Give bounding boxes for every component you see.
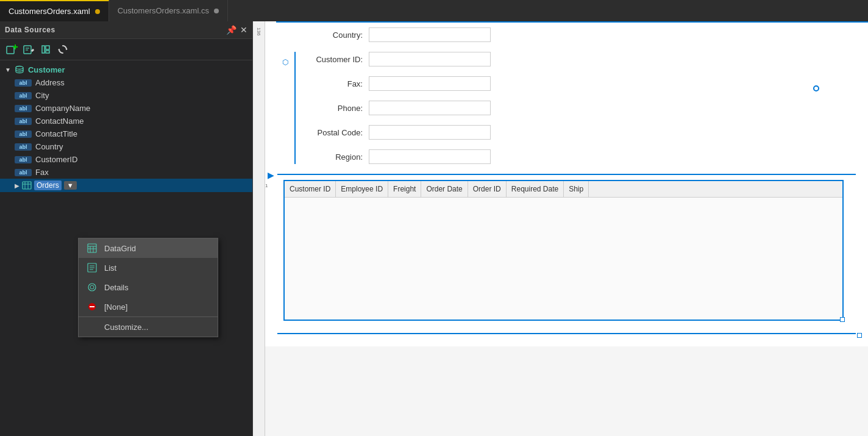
abl-badge-city: abl [15, 92, 32, 99]
menu-item-customize[interactable]: Customize... [79, 317, 218, 337]
panel-header: Data Sources 📌 ✕ [0, 21, 252, 39]
menu-datagrid-label: DataGrid [104, 244, 136, 253]
input-fax[interactable] [369, 76, 491, 91]
tree-item-label-companyname: CompanyName [35, 104, 90, 113]
datagrid-menu-icon [86, 242, 98, 254]
left-blue-border [294, 52, 296, 164]
input-postalcode[interactable] [369, 125, 491, 140]
col-ship: Ship [564, 181, 589, 197]
svg-rect-13 [88, 244, 96, 252]
blue-border-section: ⬡ Customer ID: Fax: Phone: [283, 52, 850, 164]
col-order-date: Order Date [421, 181, 468, 197]
customize-menu-icon [86, 321, 98, 333]
form-row-customerid: Customer ID: [283, 52, 850, 66]
svg-point-22 [88, 284, 96, 291]
col-freight: Freight [388, 181, 421, 197]
tree-item-orders[interactable]: ▶ Orders ▼ [0, 179, 252, 192]
tab-modified-dot-1 [95, 9, 100, 14]
orders-context-menu: DataGrid List [78, 238, 218, 337]
bottom-blue-separator [277, 333, 856, 334]
ruler-number-1: 1 [265, 183, 268, 188]
edit-datasource-button[interactable] [22, 43, 35, 56]
orders-dropdown-button[interactable]: ▼ [64, 181, 77, 190]
tree-item-fax[interactable]: abl Fax [0, 166, 252, 179]
main-area: Data Sources 📌 ✕ [0, 21, 868, 436]
data-sources-panel: Data Sources 📌 ✕ [0, 21, 253, 436]
input-phone[interactable] [369, 101, 491, 115]
abl-badge-companyname: abl [15, 105, 32, 112]
bottom-resize-handle[interactable] [857, 333, 862, 338]
abl-badge-contactname: abl [15, 118, 32, 125]
col-employee-id: Employee ID [336, 181, 388, 197]
link-icon: ⬡ [282, 58, 288, 66]
expand-arrow-orders: ▶ [15, 182, 20, 189]
input-customerid[interactable] [369, 52, 491, 66]
tree-item-label-customerid: CustomerID [35, 155, 77, 164]
tree-item-contacttitle[interactable]: abl ContactTitle [0, 127, 252, 140]
menu-item-none[interactable]: [None] [79, 297, 218, 316]
menu-list-label: List [104, 263, 116, 273]
tree-item-contactname[interactable]: abl ContactName [0, 115, 252, 127]
form-row-country: Country: [283, 27, 850, 42]
nav-circle-indicator [813, 85, 819, 91]
abl-badge-customerid: abl [15, 156, 32, 163]
tree-root-label: Customer [28, 65, 65, 74]
menu-item-list[interactable]: List [79, 258, 218, 277]
orders-datagrid[interactable]: Customer ID Employee ID Freight Order Da… [283, 180, 844, 321]
pin-icon[interactable]: 📌 [226, 25, 237, 35]
tree-item-address[interactable]: abl Address [0, 76, 252, 89]
svg-rect-9 [23, 182, 31, 189]
panel-header-icons: 📌 ✕ [226, 25, 247, 35]
abl-badge-contacttitle: abl [15, 130, 32, 138]
panel-title: Data Sources [5, 26, 55, 34]
svg-point-23 [90, 285, 94, 289]
tree-item-city[interactable]: abl City [0, 89, 252, 102]
label-country: Country: [283, 30, 363, 40]
menu-item-details[interactable]: Details [79, 277, 218, 297]
input-country[interactable] [369, 27, 491, 42]
top-selection-line [276, 21, 868, 23]
tab-customers-orders-cs[interactable]: CustomersOrders.xaml.cs [109, 0, 228, 21]
tree-item-country[interactable]: abl Country [0, 140, 252, 153]
form-container: Country: ⬡ Customer ID: Fax: [265, 21, 868, 346]
datagrid-body [285, 198, 842, 320]
designer-panel: 136 Country: ⬡ Customer ID: [253, 21, 868, 436]
close-icon[interactable]: ✕ [240, 25, 247, 35]
abl-badge-country: abl [15, 143, 32, 151]
tab-customers-orders-xaml[interactable]: CustomersOrders.xaml [0, 0, 109, 21]
form-row-postalcode: Postal Code: [283, 125, 850, 140]
tree-item-label-country: Country [35, 142, 63, 151]
datagrid-section: 1 Customer ID Employee ID Freight Order … [283, 180, 850, 321]
tree-item-label-fax: Fax [35, 168, 49, 177]
datagrid-header: Customer ID Employee ID Freight Order Da… [285, 181, 842, 198]
designer-area[interactable]: Country: ⬡ Customer ID: Fax: [265, 21, 868, 436]
tree-item-label-contacttitle: ContactTitle [35, 129, 77, 138]
form-row-region: Region: [283, 149, 850, 164]
list-menu-icon [86, 262, 98, 274]
refresh-button[interactable] [56, 43, 69, 56]
tree-item-companyname[interactable]: abl CompanyName [0, 102, 252, 115]
configure-datasource-button[interactable] [39, 43, 52, 56]
tree-item-label-city: City [35, 91, 49, 100]
tab-label-2: CustomersOrders.xaml.cs [118, 6, 209, 15]
orders-table-icon [22, 180, 32, 190]
abl-badge-address: abl [15, 79, 32, 87]
menu-details-label: Details [104, 283, 129, 292]
tree-item-label-contactname: ContactName [35, 116, 84, 126]
tree-item-orders-label: Orders [34, 180, 62, 190]
tab-unmodified-dot-2 [214, 9, 219, 13]
arrow-right-indicator: ▶ [268, 170, 274, 180]
none-menu-icon [86, 301, 98, 313]
panel-toolbar [0, 39, 252, 60]
input-region[interactable] [369, 149, 491, 164]
menu-none-label: [None] [104, 302, 127, 312]
details-menu-icon [86, 281, 98, 293]
menu-item-datagrid[interactable]: DataGrid [79, 238, 218, 258]
menu-customize-label: Customize... [104, 323, 148, 332]
ruler-number-136: 136 [256, 27, 261, 35]
datagrid-resize-handle[interactable] [840, 317, 845, 322]
tree-item-customerid[interactable]: abl CustomerID [0, 153, 252, 166]
add-datasource-button[interactable] [5, 43, 18, 56]
tree-root-customer[interactable]: ▼ Customer [0, 63, 252, 76]
form-row-fax: Fax: [283, 76, 850, 91]
